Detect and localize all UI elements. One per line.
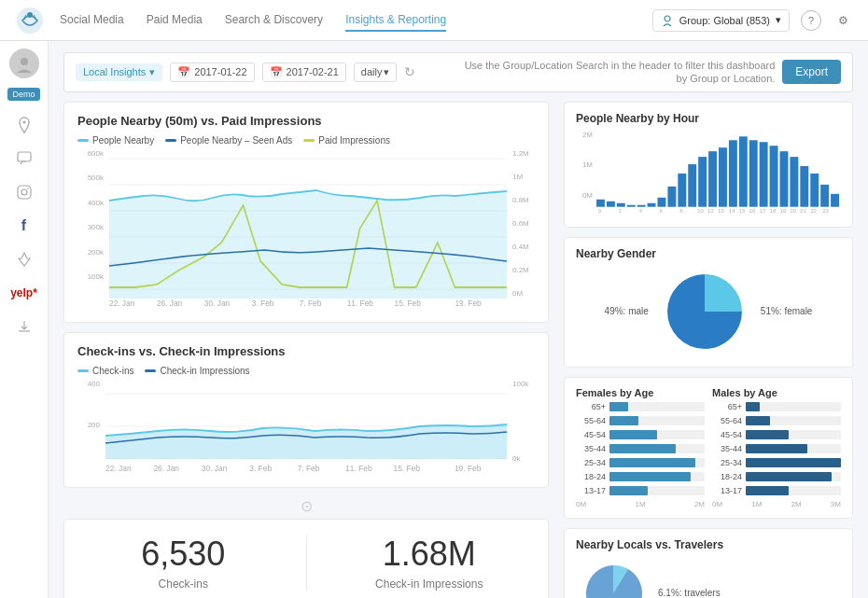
demo-badge: Demo xyxy=(7,88,39,101)
age-charts-container: Females by Age 65+ 55-64 xyxy=(576,387,841,508)
top-chart-area: 22. Jan 26. Jan 30. Jan 3. Feb 7. Feb 11… xyxy=(109,149,507,311)
age-label: 45-54 xyxy=(576,430,606,439)
females-x-axis: 0M1M2M xyxy=(576,500,705,508)
checkins-stat: 6,530 Check-ins xyxy=(79,535,287,591)
svg-rect-43 xyxy=(688,164,696,207)
settings-button[interactable]: ⚙ xyxy=(833,10,853,31)
svg-rect-6 xyxy=(18,186,31,199)
svg-text:15. Feb: 15. Feb xyxy=(395,298,421,307)
svg-rect-37 xyxy=(627,204,636,206)
age-bar-track xyxy=(609,458,705,467)
svg-text:19. Feb: 19. Feb xyxy=(455,463,482,472)
help-button[interactable]: ? xyxy=(801,10,821,31)
females-age-chart: Females by Age 65+ 55-64 xyxy=(576,387,705,508)
nav-social-media[interactable]: Social Media xyxy=(60,9,124,32)
sidebar-icon-location[interactable] xyxy=(15,116,34,134)
age-bar-fill xyxy=(746,472,832,481)
impressions-stat: 1.68M Check-in Impressions xyxy=(326,535,534,591)
dashboard-row: People Nearby (50m) vs. Paid Impressions… xyxy=(63,102,853,598)
hourly-chart-container: 2M1M0M xyxy=(576,131,841,217)
age-bar-track xyxy=(746,444,841,453)
age-bar-fill xyxy=(609,416,638,425)
age-row-65plus-f: 65+ xyxy=(576,402,705,411)
sidebar-icon-yelp[interactable]: yelp* xyxy=(15,284,34,302)
svg-text:16: 16 xyxy=(749,207,756,213)
checkins-chart-area: 22. Jan 26. Jan 30. Jan 3. Feb 7. Feb 11… xyxy=(105,380,507,476)
age-bar-track xyxy=(746,430,841,439)
males-x-axis: 0M1M2M3M xyxy=(712,500,841,508)
frequency-filter[interactable]: daily ▾ xyxy=(354,63,398,82)
svg-rect-36 xyxy=(617,202,625,206)
export-button[interactable]: Export xyxy=(782,60,841,84)
age-row-2534-f: 25-34 xyxy=(576,458,705,467)
age-row-5564-m: 55-64 xyxy=(712,416,841,425)
date-end-filter[interactable]: 📅 2017-02-21 xyxy=(262,63,346,82)
nav-insights-reporting[interactable]: Insights & Reporting xyxy=(345,9,446,32)
svg-text:19: 19 xyxy=(780,207,787,213)
svg-text:3. Feb: 3. Feb xyxy=(252,298,274,307)
refresh-button[interactable]: ↻ xyxy=(404,64,415,79)
svg-text:0: 0 xyxy=(598,207,602,213)
insights-filter[interactable]: Local Insights ▾ xyxy=(76,63,162,81)
sidebar-icon-pin[interactable] xyxy=(15,250,34,269)
sidebar: Demo f yelp* xyxy=(0,41,49,598)
layout: Demo f yelp* Local Insights ▾ 📅 2 xyxy=(0,41,868,598)
legend-dot xyxy=(77,369,89,372)
sidebar-icon-facebook[interactable]: f xyxy=(15,216,34,235)
sidebar-icon-download[interactable] xyxy=(15,317,34,336)
legend-dot xyxy=(145,369,156,372)
group-selector[interactable]: Group: Global (853) ▾ xyxy=(652,9,790,32)
age-bar-fill xyxy=(609,472,691,481)
svg-rect-40 xyxy=(658,197,666,206)
scroll-indicator: ⊙ xyxy=(63,497,549,515)
locals-travelers-card: Nearby Locals vs. Travelers 6.1%: travel… xyxy=(564,528,853,598)
age-label: 25-34 xyxy=(576,458,606,467)
nav-search-discovery[interactable]: Search & Discovery xyxy=(225,9,323,32)
checkins-chart-card: Check-ins vs. Check-in Impressions Check… xyxy=(63,332,549,488)
svg-text:15. Feb: 15. Feb xyxy=(393,463,420,472)
sidebar-icon-chat[interactable] xyxy=(15,149,34,168)
gender-pie xyxy=(658,270,751,354)
age-label: 55-64 xyxy=(712,416,742,425)
travelers-pct-label: 6.1%: travelers xyxy=(658,588,721,598)
age-label: 18-24 xyxy=(576,472,606,481)
y-right-axis-labels: 1.2M1M0.8M0.6M0.4M0.2M0M xyxy=(509,149,535,311)
top-nav: Social Media Paid Media Search & Discove… xyxy=(0,0,868,41)
age-row-3544-f: 35-44 xyxy=(576,444,705,453)
checkins-legend: Check-ins Check-in Impressions xyxy=(77,366,535,376)
svg-rect-42 xyxy=(678,174,686,207)
age-chart-card: Females by Age 65+ 55-64 xyxy=(564,377,853,519)
calendar-icon: 📅 xyxy=(177,66,190,78)
stat-divider xyxy=(306,535,307,591)
age-label: 13-17 xyxy=(712,486,742,495)
svg-rect-41 xyxy=(667,186,676,206)
svg-text:18: 18 xyxy=(770,207,777,213)
svg-rect-54 xyxy=(800,166,808,207)
svg-rect-49 xyxy=(749,140,758,206)
age-row-1317-m: 13-17 xyxy=(712,486,841,495)
people-nearby-chart-title: People Nearby (50m) vs. Paid Impressions xyxy=(77,114,535,128)
svg-text:11. Feb: 11. Feb xyxy=(345,463,372,472)
age-bar-fill xyxy=(746,430,789,439)
svg-point-1 xyxy=(27,12,33,18)
legend-people-nearby-seen: People Nearby – Seen Ads xyxy=(165,135,292,146)
main-content: Local Insights ▾ 📅 2017-01-22 📅 2017-02-… xyxy=(49,41,868,598)
nav-paid-media[interactable]: Paid Media xyxy=(147,9,203,32)
svg-text:15: 15 xyxy=(739,207,746,213)
svg-point-4 xyxy=(22,121,25,124)
date-start-filter[interactable]: 📅 2017-01-22 xyxy=(170,63,254,82)
age-bar-fill xyxy=(746,402,760,411)
age-bar-fill xyxy=(609,444,676,453)
checkins-y-right: 100k0k xyxy=(509,380,535,476)
age-bar-track xyxy=(609,444,705,453)
age-bar-fill xyxy=(746,416,770,425)
svg-text:7. Feb: 7. Feb xyxy=(298,463,320,472)
y-left-axis-labels: 600k500k400k300k200k100k xyxy=(77,149,107,311)
svg-text:26. Jan: 26. Jan xyxy=(157,298,182,307)
avatar xyxy=(9,49,39,78)
age-row-5564-f: 55-64 xyxy=(576,416,705,425)
age-label: 65+ xyxy=(712,402,742,411)
female-pct-label: 51%: female xyxy=(761,306,813,316)
legend-checkins: Check-ins xyxy=(77,366,133,376)
sidebar-icon-instagram[interactable] xyxy=(15,183,34,202)
